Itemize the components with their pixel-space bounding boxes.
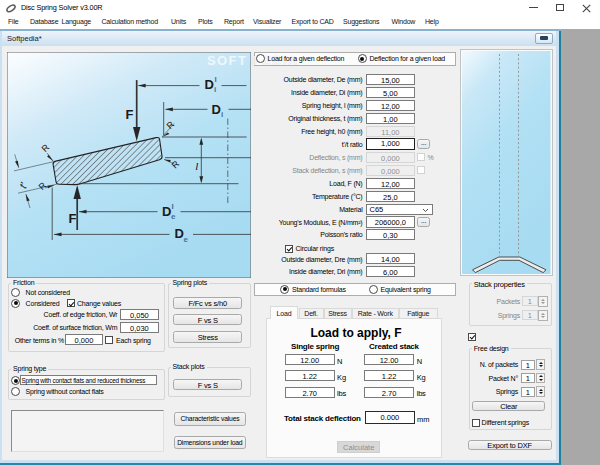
svg-text:i: i: [221, 110, 223, 119]
svg-text:I: I: [214, 75, 216, 84]
svg-text:e: e: [171, 211, 176, 220]
svg-text:l: l: [195, 159, 198, 171]
svg-text:F: F: [125, 106, 133, 121]
svg-text:SOFT: SOFT: [207, 53, 247, 68]
svg-text:D: D: [162, 203, 171, 218]
svg-text:D: D: [204, 76, 213, 91]
svg-text:I: I: [171, 202, 173, 211]
svg-text:F: F: [68, 211, 76, 226]
svg-text:i: i: [214, 85, 216, 94]
svg-text:e: e: [183, 234, 188, 243]
svg-text:D: D: [211, 102, 220, 117]
svg-text:D: D: [174, 226, 183, 241]
